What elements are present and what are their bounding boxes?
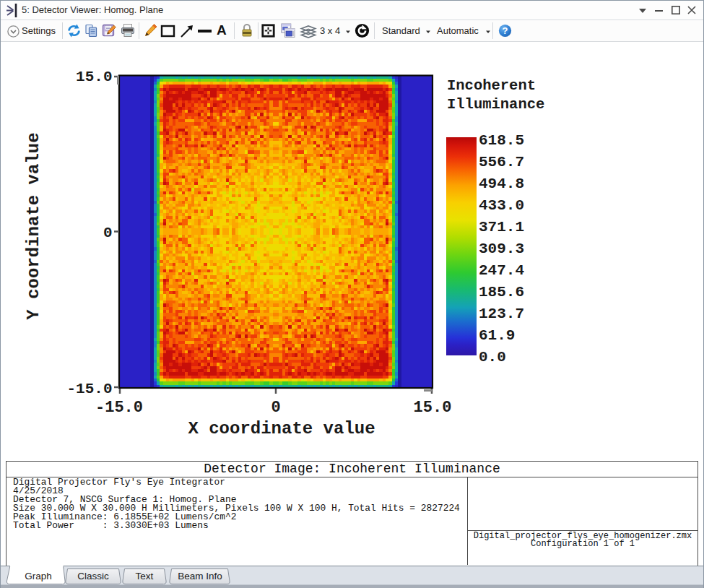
svg-text:247.4: 247.4 [479, 262, 524, 279]
svg-text:309.3: 309.3 [479, 241, 524, 257]
svg-text:618.5: 618.5 [479, 132, 524, 149]
svg-text:X coordinate value: X coordinate value [188, 419, 375, 438]
svg-text:-15.0: -15.0 [66, 381, 112, 397]
svg-text:371.1: 371.1 [479, 219, 524, 235]
svg-text:Classic: Classic [77, 571, 109, 581]
svg-text:?: ? [503, 25, 508, 36]
svg-text:Beam Info: Beam Info [178, 571, 222, 581]
svg-text:Incoherent: Incoherent [447, 77, 536, 94]
svg-text:Illuminance: Illuminance [447, 96, 544, 113]
svg-text:-15.0: -15.0 [95, 399, 143, 417]
svg-text:556.7: 556.7 [479, 154, 524, 170]
svg-text:Y coordinate value: Y coordinate value [24, 132, 43, 319]
svg-text:Graph: Graph [25, 571, 52, 581]
svg-text:0: 0 [103, 225, 113, 241]
svg-text:494.8: 494.8 [479, 176, 524, 192]
svg-text:185.6: 185.6 [479, 284, 524, 301]
svg-text:15.0: 15.0 [76, 69, 112, 85]
svg-text:0: 0 [271, 399, 280, 417]
svg-text:433.0: 433.0 [479, 197, 524, 214]
svg-text:Text: Text [136, 571, 154, 581]
svg-text:61.9: 61.9 [479, 327, 515, 344]
svg-text:15.0: 15.0 [414, 399, 452, 417]
svg-text:123.7: 123.7 [479, 306, 524, 322]
svg-text:0.0: 0.0 [479, 349, 506, 366]
